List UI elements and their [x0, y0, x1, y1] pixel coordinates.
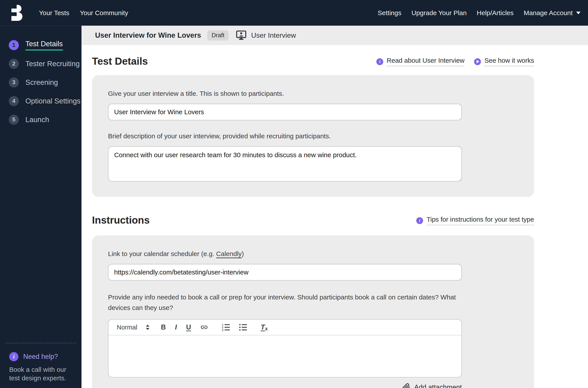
- sidebar-step-optional-settings[interactable]: 4 Optional Settings: [9, 92, 82, 110]
- nav-upgrade-plan[interactable]: Upgrade Your Plan: [411, 9, 467, 17]
- bold-button[interactable]: B: [161, 323, 166, 331]
- link-icon: [200, 323, 208, 331]
- chevron-down-icon: [576, 12, 581, 14]
- see-how-label: See how it works: [484, 57, 534, 66]
- calendar-field-label: Link to your calendar scheduler (e.g. Ca…: [108, 249, 518, 258]
- test-description-textarea[interactable]: Connect with our user research team for …: [108, 146, 462, 182]
- sidebar-step-launch[interactable]: 5 Launch: [9, 110, 82, 129]
- clear-formatting-button[interactable]: Tx: [261, 323, 268, 331]
- step-label: Test Details: [25, 40, 63, 50]
- test-title: User Interview for Wine Lovers: [95, 31, 201, 39]
- step-label: Launch: [25, 116, 49, 124]
- app-root: Your Tests Your Community Settings Upgra…: [0, 0, 588, 388]
- rich-text-editor: Normal B I U 1 2 3: [108, 319, 462, 377]
- navbar-left: Your Tests Your Community: [39, 9, 128, 17]
- step-number-badge: 4: [9, 96, 19, 106]
- nav-your-community[interactable]: Your Community: [80, 9, 128, 17]
- format-selector-arrows-icon[interactable]: [146, 325, 149, 330]
- editor-text-area[interactable]: [109, 335, 461, 377]
- manage-account-label: Manage Account: [524, 9, 573, 17]
- svg-text:2: 2: [222, 326, 223, 329]
- form-content: Test Details i Read about User Interview…: [82, 55, 588, 388]
- section-heading-test-details: Test Details: [92, 55, 148, 68]
- info-icon: i: [376, 58, 383, 65]
- calendar-url-input[interactable]: [108, 264, 462, 281]
- step-label: Optional Settings: [25, 97, 80, 105]
- nav-manage-account[interactable]: Manage Account: [524, 9, 581, 17]
- step-label: Tester Recruiting: [25, 60, 80, 68]
- link-button[interactable]: [200, 323, 208, 331]
- step-list: 1 Test Details 2 Tester Recruiting 3 Scr…: [0, 26, 82, 129]
- sidebar-step-tester-recruiting[interactable]: 2 Tester Recruiting: [9, 54, 82, 73]
- bullet-list-icon: [239, 324, 247, 331]
- test-header-bar: User Interview for Wine Lovers Draft Use…: [82, 26, 588, 45]
- test-details-card: Give your user interview a title. This i…: [92, 75, 534, 197]
- nav-settings[interactable]: Settings: [378, 9, 401, 17]
- need-help-text: Book a call with our test design experts…: [9, 365, 72, 382]
- sidebar-step-screening[interactable]: 3 Screening: [9, 73, 82, 92]
- tips-label: Tips for instructions for your test type: [427, 216, 534, 225]
- booking-info-label: Provide any info needed to book a call o…: [108, 292, 463, 313]
- step-number-badge: 1: [9, 40, 19, 50]
- step-label: Screening: [25, 78, 58, 87]
- step-number-badge: 2: [9, 59, 19, 69]
- see-how-it-works-link[interactable]: See how it works: [474, 57, 534, 66]
- status-badge: Draft: [207, 30, 229, 41]
- add-attachment-button[interactable]: Add attachment: [108, 383, 462, 388]
- tips-link[interactable]: i Tips for instructions for your test ty…: [416, 216, 534, 225]
- step-number-badge: 5: [9, 115, 19, 125]
- need-help-link[interactable]: Need help?: [23, 353, 58, 361]
- info-icon: i: [416, 217, 423, 224]
- calendly-link[interactable]: Calendly: [216, 250, 242, 257]
- top-navbar: Your Tests Your Community Settings Upgra…: [0, 0, 588, 26]
- user-interview-monitor-icon: [236, 30, 246, 40]
- svg-text:3: 3: [222, 329, 223, 331]
- underline-button[interactable]: U: [186, 323, 191, 331]
- info-icon: i: [9, 352, 18, 361]
- section-heading-instructions: Instructions: [92, 214, 150, 227]
- step-number-badge: 3: [9, 77, 19, 87]
- nav-your-tests[interactable]: Your Tests: [39, 9, 69, 17]
- paperclip-icon: [402, 383, 410, 388]
- italic-button[interactable]: I: [175, 323, 177, 331]
- svg-text:1: 1: [222, 324, 223, 326]
- ordered-list-button[interactable]: 1 2 3: [222, 324, 230, 331]
- calendar-label-suffix: ): [242, 250, 244, 257]
- calendar-label-prefix: Link to your calendar scheduler (e.g.: [108, 250, 216, 257]
- navbar-right: Settings Upgrade Your Plan Help/Articles…: [378, 9, 581, 17]
- test-title-input[interactable]: [108, 104, 462, 120]
- description-field-label: Brief description of your user interview…: [108, 132, 518, 141]
- app-logo[interactable]: [9, 4, 24, 22]
- sidebar-step-test-details[interactable]: 1 Test Details: [9, 36, 82, 54]
- editor-toolbar: Normal B I U 1 2 3: [109, 320, 461, 335]
- format-selector[interactable]: Normal: [117, 324, 137, 331]
- steps-sidebar: 1 Test Details 2 Tester Recruiting 3 Scr…: [0, 26, 82, 388]
- ordered-list-icon: 1 2 3: [222, 324, 230, 331]
- need-help-panel: i Need help? Book a call with our test d…: [5, 343, 76, 388]
- add-attachment-label: Add attachment: [414, 383, 462, 388]
- read-about-label: Read about User Interview: [387, 57, 464, 66]
- instructions-card: Link to your calendar scheduler (e.g. Ca…: [92, 235, 534, 388]
- main-content: User Interview for Wine Lovers Draft Use…: [82, 26, 588, 388]
- title-field-label: Give your user interview a title. This i…: [108, 89, 518, 98]
- read-about-link[interactable]: i Read about User Interview: [376, 57, 464, 66]
- nav-help-articles[interactable]: Help/Articles: [477, 9, 514, 17]
- test-type-label: User Interview: [251, 31, 296, 39]
- play-icon: [474, 58, 481, 65]
- bullet-list-button[interactable]: [239, 324, 247, 331]
- logo-b-icon: [9, 5, 24, 21]
